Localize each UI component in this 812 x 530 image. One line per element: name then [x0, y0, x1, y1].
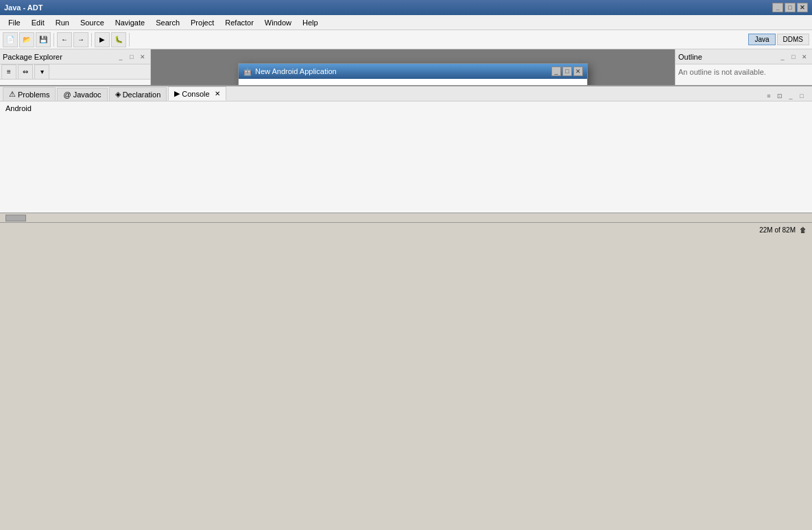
- perspective-java[interactable]: Java: [748, 34, 775, 45]
- close-panel-icon[interactable]: ✕: [138, 52, 147, 62]
- menu-search[interactable]: Search: [150, 17, 185, 28]
- toolbar-fwd[interactable]: →: [73, 32, 88, 47]
- tab-javadoc[interactable]: @ Javadoc: [57, 88, 107, 101]
- minimize-panel-icon[interactable]: _: [116, 52, 126, 62]
- toolbar-sep-1: [53, 33, 54, 47]
- dialog-titlebar: 🤖 New Android Application _ □ ✕: [239, 64, 587, 79]
- menu-window[interactable]: Window: [259, 17, 297, 28]
- menu-run[interactable]: Run: [50, 17, 75, 28]
- toolbar-back[interactable]: ←: [57, 32, 72, 47]
- title-text: Java - ADT: [4, 3, 43, 12]
- tab-problems[interactable]: ⚠ Problems: [3, 87, 56, 101]
- menu-file[interactable]: File: [3, 17, 26, 28]
- close-console-icon[interactable]: ✕: [215, 90, 220, 97]
- center-column: 🤖 New Android Application _ □ ✕: [151, 49, 675, 85]
- outline-close-icon[interactable]: ✕: [800, 52, 809, 62]
- panel-header-icons: _ □ ✕: [116, 52, 147, 62]
- console-icon: ▶: [174, 89, 180, 98]
- bottom-panel: ⚠ Problems @ Javadoc ◈ Declaration ▶ Con…: [0, 85, 812, 222]
- tab-console[interactable]: ▶ Console ✕: [168, 86, 226, 101]
- package-explorer-header: Package Explorer _ □ ✕: [0, 49, 150, 64]
- package-explorer-panel: Package Explorer _ □ ✕ ≡ ⇔ ▾: [0, 49, 151, 85]
- perspective-ddms[interactable]: DDMS: [777, 34, 809, 45]
- outline-header: Outline _ □ ✕: [676, 49, 812, 64]
- outline-message: An outline is not available.: [678, 68, 766, 76]
- toolbar-save[interactable]: 💾: [36, 32, 51, 47]
- javadoc-icon: @: [63, 91, 71, 99]
- dialog-close-button[interactable]: ✕: [573, 67, 583, 76]
- console-content-area: Android: [0, 101, 812, 213]
- outline-min-icon[interactable]: _: [778, 52, 787, 62]
- outline-content: An outline is not available.: [676, 64, 812, 85]
- title-bar-buttons: _ □ ✕: [772, 3, 808, 12]
- bottom-panel-max[interactable]: □: [797, 91, 807, 101]
- toolbar-open[interactable]: 📂: [19, 32, 34, 47]
- toolbar: 📄 📂 💾 ← → ▶ 🐛 Java DDMS: [0, 30, 812, 49]
- tab-problems-label: Problems: [18, 91, 49, 99]
- dialog-title-area: 🤖 New Android Application: [243, 67, 337, 76]
- tab-console-label: Console: [182, 90, 209, 98]
- menu-navigate[interactable]: Navigate: [110, 17, 150, 28]
- status-right: 22M of 82M 🗑: [759, 226, 807, 234]
- status-bar: 22M of 82M 🗑: [0, 222, 812, 237]
- editor-content: 🤖 New Android Application _ □ ✕: [151, 49, 675, 85]
- outline-panel: Outline _ □ ✕ An outline is not availabl…: [675, 49, 812, 85]
- dialog-title-text: New Android Application: [255, 67, 337, 75]
- declaration-icon: ◈: [115, 90, 121, 99]
- horizontal-scrollbar[interactable]: [0, 213, 812, 222]
- dialog-header: New Android Application Configure Projec…: [239, 79, 587, 85]
- toolbar-sep-2: [91, 33, 92, 47]
- tab-declaration[interactable]: ◈ Declaration: [109, 87, 167, 101]
- menu-source[interactable]: Source: [75, 17, 110, 28]
- bottom-panel-min[interactable]: _: [786, 91, 796, 101]
- dialog-min-button[interactable]: _: [551, 67, 561, 76]
- editor-area: Package Explorer _ □ ✕ ≡ ⇔ ▾: [0, 49, 812, 85]
- bottom-tabs: ⚠ Problems @ Javadoc ◈ Declaration ▶ Con…: [0, 86, 812, 101]
- tab-declaration-label: Declaration: [123, 91, 161, 99]
- package-explorer-toolbar: ≡ ⇔ ▾: [0, 64, 150, 80]
- toolbar-debug[interactable]: 🐛: [111, 32, 126, 47]
- workspace: Package Explorer _ □ ✕ ≡ ⇔ ▾: [0, 49, 812, 222]
- tab-javadoc-label: Javadoc: [73, 91, 102, 99]
- package-explorer-title-area: Package Explorer: [3, 53, 62, 61]
- android-small-icon: 🤖: [243, 67, 252, 76]
- menu-help[interactable]: Help: [297, 17, 324, 28]
- outline-title-area: Outline: [678, 53, 702, 61]
- menu-edit[interactable]: Edit: [26, 17, 50, 28]
- maximize-panel-icon[interactable]: □: [127, 52, 136, 62]
- console-text: Android: [5, 104, 32, 112]
- dialog-max-button[interactable]: □: [562, 67, 572, 76]
- bottom-panel-icon-1[interactable]: ≡: [764, 91, 774, 101]
- link-editor-icon[interactable]: ⇔: [18, 64, 33, 80]
- dialog-titlebar-buttons: _ □ ✕: [551, 67, 583, 76]
- view-menu-icon[interactable]: ▾: [34, 64, 49, 80]
- outline-max-icon[interactable]: □: [789, 52, 798, 62]
- package-explorer-title: Package Explorer: [3, 53, 62, 61]
- scrollbar-thumb[interactable]: [5, 215, 26, 221]
- garbage-collect-icon[interactable]: 🗑: [800, 226, 807, 234]
- menu-bar: File Edit Run Source Navigate Search Pro…: [0, 15, 812, 30]
- minimize-button[interactable]: _: [772, 3, 783, 12]
- collapse-all-icon[interactable]: ≡: [1, 64, 16, 80]
- problems-icon: ⚠: [9, 90, 16, 99]
- bottom-panel-icon-2[interactable]: ⊡: [775, 91, 785, 101]
- title-bar: Java - ADT _ □ ✕: [0, 0, 812, 15]
- outline-header-icons: _ □ ✕: [778, 52, 809, 62]
- close-button[interactable]: ✕: [797, 3, 808, 12]
- dialog-overlay: 🤖 New Android Application _ □ ✕: [151, 49, 675, 85]
- maximize-button[interactable]: □: [785, 3, 796, 12]
- menu-project[interactable]: Project: [185, 17, 219, 28]
- menu-refactor[interactable]: Refactor: [219, 17, 259, 28]
- outline-title: Outline: [678, 53, 702, 61]
- toolbar-run[interactable]: ▶: [95, 32, 110, 47]
- package-explorer-content: [0, 80, 150, 85]
- new-android-application-dialog: 🤖 New Android Application _ □ ✕: [238, 63, 588, 85]
- toolbar-new[interactable]: 📄: [3, 32, 18, 47]
- memory-usage: 22M of 82M: [759, 226, 796, 234]
- toolbar-sep-3: [129, 33, 130, 47]
